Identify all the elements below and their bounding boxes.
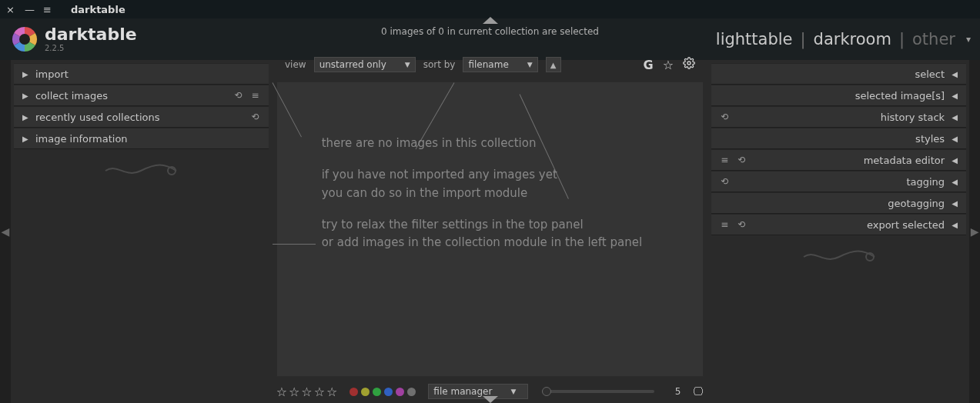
hint-pointer-icon [273, 244, 316, 245]
chevron-left-icon: ◀ [951, 135, 958, 143]
chevron-right-icon: ▶ [22, 135, 29, 143]
empty-collection-message: there are no images in this collection i… [322, 135, 642, 265]
chevron-left-icon: ◀ [951, 70, 958, 78]
center-column: there are no images in this collection i… [272, 60, 709, 403]
msg-line: if you have not imported any images yet [322, 168, 557, 182]
module-label: geotagging [719, 198, 945, 209]
rating-stars[interactable]: ☆☆☆☆☆ [276, 385, 338, 399]
module-label: image information [35, 133, 261, 145]
star-icon[interactable]: ☆ [289, 385, 299, 399]
module-label: recently used collections [35, 112, 244, 123]
module-label: tagging [736, 176, 945, 188]
module-history-stack[interactable]: ◀history stack⟲ [711, 106, 966, 128]
module-import[interactable]: ▶import [14, 63, 269, 85]
module-recently-used-collections[interactable]: ▶recently used collections⟲ [14, 106, 269, 128]
module-select[interactable]: ◀select [711, 63, 966, 85]
aperture-icon [11, 25, 38, 53]
right-panel: ◀select◀selected image[s]◀history stack⟲… [708, 60, 969, 403]
chevron-left-icon: ◀ [951, 199, 958, 208]
msg-line: or add images in the collection module i… [322, 235, 642, 249]
module-image-information[interactable]: ▶image information [14, 128, 269, 149]
window-menu-icon[interactable]: ≡ [43, 4, 51, 15]
color-label-dot[interactable] [384, 388, 393, 396]
app-name: darktable [45, 26, 137, 43]
module-label: styles [719, 133, 945, 145]
chevron-left-icon: ◀ [951, 113, 958, 122]
color-label-dot[interactable] [350, 388, 358, 396]
view-more-icon[interactable]: ▾ [966, 34, 971, 45]
reset-icon[interactable]: ⟲ [719, 176, 730, 187]
module-label: export selected [753, 219, 945, 231]
reset-icon[interactable]: ⟲ [736, 219, 747, 230]
layout-mode-value: file manager [433, 386, 492, 397]
reset-icon[interactable]: ⟲ [719, 112, 730, 122]
layout-mode-select[interactable]: file manager ▼ [428, 384, 528, 399]
module-label: import [35, 68, 261, 80]
module-label: history stack [736, 112, 945, 123]
app-logo: darktable 2.2.5 [11, 25, 137, 53]
color-label-dot[interactable] [407, 388, 416, 396]
color-label-dot[interactable] [396, 388, 404, 396]
msg-line: you can do so in the import module [322, 186, 528, 200]
view-switcher: lighttable | darkroom | other ▾ [716, 30, 971, 48]
chevron-left-icon: ◀ [951, 221, 958, 229]
module-collect-images[interactable]: ▶collect images⟲≡ [14, 85, 269, 106]
window-title: darktable [71, 4, 125, 15]
chevron-left-icon: ◀ [951, 178, 958, 186]
star-icon[interactable]: ☆ [301, 385, 312, 399]
view-sep: | [899, 30, 905, 48]
module-geotagging[interactable]: ◀geotagging [711, 192, 966, 214]
module-metadata-editor[interactable]: ◀metadata editor⟲≡ [711, 149, 966, 171]
window-titlebar: × — ≡ darktable [0, 0, 980, 18]
view-lighttable[interactable]: lighttable [716, 30, 793, 48]
color-labels [350, 388, 416, 396]
color-label-dot[interactable] [373, 388, 381, 396]
slider-knob-icon[interactable] [542, 387, 551, 396]
star-icon[interactable]: ☆ [326, 385, 337, 399]
window-close-icon[interactable]: × [6, 4, 14, 15]
main-area: ◀ ▶import▶collect images⟲≡▶recently used… [0, 60, 980, 403]
presets-menu-icon[interactable]: ≡ [250, 90, 261, 101]
panel-collapse-bottom-icon[interactable] [483, 396, 498, 403]
chevron-right-icon: ▶ [22, 113, 29, 122]
presets-menu-icon[interactable]: ≡ [719, 219, 730, 230]
reset-icon[interactable]: ⟲ [736, 155, 747, 165]
zoom-slider[interactable] [547, 390, 654, 393]
hint-pointer-icon [272, 82, 301, 137]
display-profile-icon[interactable]: 🖵 [693, 385, 704, 398]
collection-status: 0 images of 0 in current collection are … [381, 26, 599, 37]
module-label: select [719, 68, 945, 80]
chevron-left-icon: ◀ [951, 92, 958, 100]
reset-icon[interactable]: ⟲ [250, 112, 261, 122]
msg-line: try to relax the filter settings in the … [322, 218, 584, 231]
view-other[interactable]: other [912, 30, 955, 48]
view-darkroom[interactable]: darkroom [814, 30, 891, 48]
chevron-right-icon: ▶ [22, 70, 29, 78]
app-version: 2.2.5 [45, 45, 137, 52]
window-minimize-icon[interactable]: — [25, 4, 32, 15]
module-tagging[interactable]: ◀tagging⟲ [711, 171, 966, 192]
reset-icon[interactable]: ⟲ [233, 90, 244, 101]
panel-collapse-left-icon[interactable]: ◀ [0, 60, 11, 403]
module-styles[interactable]: ◀styles [711, 128, 966, 149]
svg-point-0 [19, 34, 30, 45]
zoom-value: 5 [667, 386, 681, 397]
chevron-left-icon: ◀ [951, 156, 958, 165]
star-icon[interactable]: ☆ [314, 385, 325, 399]
color-label-dot[interactable] [361, 388, 370, 396]
panel-collapse-top-icon[interactable] [483, 17, 498, 24]
module-selected-image-s-[interactable]: ◀selected image[s] [711, 85, 966, 106]
view-sep: | [801, 30, 806, 48]
module-label: metadata editor [753, 155, 945, 166]
star-icon[interactable]: ☆ [276, 385, 287, 399]
panel-flourish-icon [711, 235, 966, 278]
presets-menu-icon[interactable]: ≡ [719, 155, 730, 165]
left-panel: ▶import▶collect images⟲≡▶recently used c… [11, 60, 272, 403]
panel-flourish-icon [14, 149, 269, 192]
panel-collapse-right-icon[interactable]: ▶ [969, 60, 980, 403]
chevron-right-icon: ▶ [22, 92, 29, 100]
module-label: collect images [35, 90, 227, 102]
msg-line: there are no images in this collection [322, 135, 642, 152]
chevron-down-icon: ▼ [510, 388, 516, 395]
module-export-selected[interactable]: ◀export selected⟲≡ [711, 214, 966, 235]
